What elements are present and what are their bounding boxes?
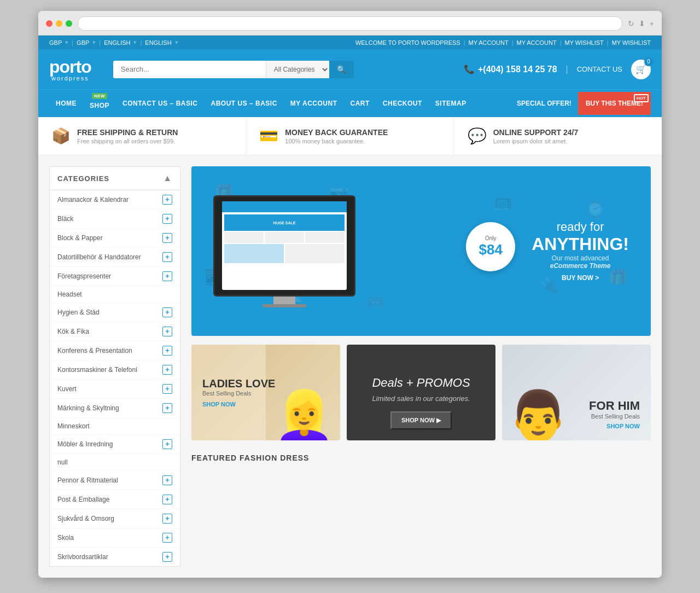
money-back-title: MONEY BACK GUARANTEE [285,128,388,137]
cat-item-pennor[interactable]: Pennor & Ritmaterial + [50,471,180,490]
currency2-selector[interactable]: GBP [77,39,89,46]
cat-item-post[interactable]: Post & Emballage + [50,490,180,509]
nav-sitemap[interactable]: SITEMAP [429,92,473,115]
wishlist-link-2[interactable]: MY WISHLIST [612,39,651,46]
shipping-desc: Free shipping on all orders over $99. [77,138,178,144]
hero-sub2: eCommerce Theme [532,262,629,270]
cat-item-sjukvard[interactable]: Sjukvård & Omsorg + [50,509,180,528]
site-logo[interactable]: porto wordpress [49,57,91,82]
categories-list: Almanackor & Kalendrar + Bläck + Block &… [49,190,180,567]
new-tab-icon[interactable]: + [650,19,654,28]
nav-shop[interactable]: NEW SHOP [83,90,116,117]
promo-ladies-link[interactable]: SHOP NOW [202,401,275,408]
top-bar-left: GBP ▾ | GBP ▾ | ENGLISH ▾ | ENGLISH ▾ [49,39,178,46]
cat-plus-icon[interactable]: + [162,346,172,356]
nav-about-basic[interactable]: ABOUT US – BASIC [204,92,283,115]
nav-buy-theme[interactable]: BUY THIS THEME! HOT [578,92,651,115]
cat-plus-icon[interactable]: + [162,214,172,224]
hot-badge: HOT [634,94,649,102]
cat-item-block[interactable]: Block & Papper + [50,229,180,248]
promo-deals-button[interactable]: SHOP NOW ▶ [390,411,452,429]
nav-home[interactable]: HOME [49,92,83,115]
site-header: porto wordpress All Categories 🔍 📞 +(404… [38,49,662,89]
nav-cart[interactable]: CART [343,92,376,115]
cat-plus-icon[interactable]: + [162,439,172,449]
cat-plus-icon[interactable]: + [162,403,172,413]
contact-us-link[interactable]: CONTACT US [577,65,622,73]
maximize-dot[interactable] [66,20,72,27]
promo-deals-content: Deals + PROMOS Limited sales in our cate… [347,365,495,440]
shipping-icon: 📦 [51,127,71,145]
cat-item-mobler[interactable]: Möbler & Inredning + [50,435,180,454]
cat-item-almanackor[interactable]: Almanackor & Kalendrar + [50,190,180,210]
promo-deals-plus: + PROMOS [406,376,470,389]
download-icon[interactable]: ⬇ [639,19,645,28]
cat-plus-icon[interactable]: + [162,233,172,243]
promo-ladies-content: LADIES LOVE Best Selling Deals SHOP NOW [191,367,286,418]
cat-item-minneskort[interactable]: Minneskort [50,418,180,435]
cat-item-skrivbord[interactable]: Skrivbordsartiklar + [50,548,180,566]
promo-deals: Deals + PROMOS Limited sales in our cate… [347,345,495,440]
browser-actions: ↻ ⬇ + [628,19,654,28]
top-bar-right: WELCOME TO PORTO WORDPRESS | MY ACCOUNT … [355,39,651,46]
feature-support: 💬 ONLINE SUPPORT 24/7 Lorem ipsum dolor … [454,117,662,155]
logo-text: porto [49,57,91,77]
cat-item-hygien[interactable]: Hygien & Städ + [50,303,180,322]
phone-number: 📞 +(404) 158 14 25 78 [464,64,557,74]
cat-item-kok[interactable]: Kök & Fika + [50,322,180,341]
cat-plus-icon[interactable]: + [162,365,172,375]
url-bar[interactable] [78,16,622,31]
minimize-dot[interactable] [56,20,62,27]
money-back-desc: 100% money back guarantee. [285,138,388,144]
main-navigation: HOME NEW SHOP CONTACT US – BASIC ABOUT U… [38,89,662,117]
cat-plus-icon[interactable]: + [162,195,172,205]
hero-buy-now[interactable]: BUY NOW > [562,274,599,282]
cat-plus-icon[interactable]: + [162,475,172,485]
cart-count: 0 [644,57,653,66]
wishlist-link-1[interactable]: MY WISHLIST [565,39,604,46]
search-bar: All Categories 🔍 [113,61,354,78]
cat-plus-icon[interactable]: + [162,384,172,394]
cat-item-foretag[interactable]: Företagspresenter + [50,267,180,286]
my-account-link-2[interactable]: MY ACCOUNT [517,39,557,46]
nav-checkout[interactable]: CHECKOUT [376,92,429,115]
my-account-link-1[interactable]: MY ACCOUNT [469,39,509,46]
lang1-selector[interactable]: ENGLISH [104,39,130,46]
cat-item-markning[interactable]: Märkning & Skyltning + [50,399,180,418]
cat-plus-icon[interactable]: + [162,307,172,317]
cat-plus-icon[interactable]: + [162,327,172,336]
lang2-selector[interactable]: ENGLISH [145,39,171,46]
promo-ladies-sub: Best Selling Deals [202,390,275,397]
cat-item-kuvert[interactable]: Kuvert + [50,380,180,399]
cat-plus-icon[interactable]: + [162,514,172,524]
close-dot[interactable] [46,20,52,27]
cat-item-konferens[interactable]: Konferens & Presentation + [50,341,180,361]
cat-item-dator[interactable]: Datortillbehör & Handdatorer + [50,248,180,267]
categories-header: CATEGORIES ▲ [49,166,180,190]
search-input[interactable] [113,61,266,78]
features-bar: 📦 FREE SHIPPING & RETURN Free shipping o… [38,117,662,155]
category-select[interactable]: All Categories [266,61,329,78]
cat-plus-icon[interactable]: + [162,271,172,281]
cat-item-skola[interactable]: Skola + [50,528,180,548]
search-button[interactable]: 🔍 [329,61,354,78]
nav-special-offer[interactable]: SPECIAL OFFER! [510,92,578,115]
promo-deals-text: Limited sales in our categories. [358,394,485,403]
cat-item-headset[interactable]: Headset [50,286,180,303]
nav-contact-basic[interactable]: CONTACT US – BASIC [116,92,204,115]
refresh-icon[interactable]: ↻ [628,19,634,28]
hero-anything: ANYTHING! [532,234,629,254]
cart-button[interactable]: 🛒 0 [631,60,651,79]
cat-plus-icon[interactable]: + [162,552,172,562]
categories-toggle[interactable]: ▲ [163,173,172,183]
cat-item-kontors[interactable]: Kontorsmaskiner & Telefoni + [50,361,180,380]
browser-chrome: ↻ ⬇ + [38,11,662,36]
cat-item-null[interactable]: null [50,454,180,471]
cat-item-black[interactable]: Bläck + [50,210,180,229]
currency1-selector[interactable]: GBP [49,39,62,46]
money-back-icon: 💳 [259,127,278,145]
nav-my-account[interactable]: MY ACCOUNT [284,92,344,115]
cat-plus-icon[interactable]: + [162,495,172,504]
cat-plus-icon[interactable]: + [162,533,172,543]
cat-plus-icon[interactable]: + [162,252,172,262]
